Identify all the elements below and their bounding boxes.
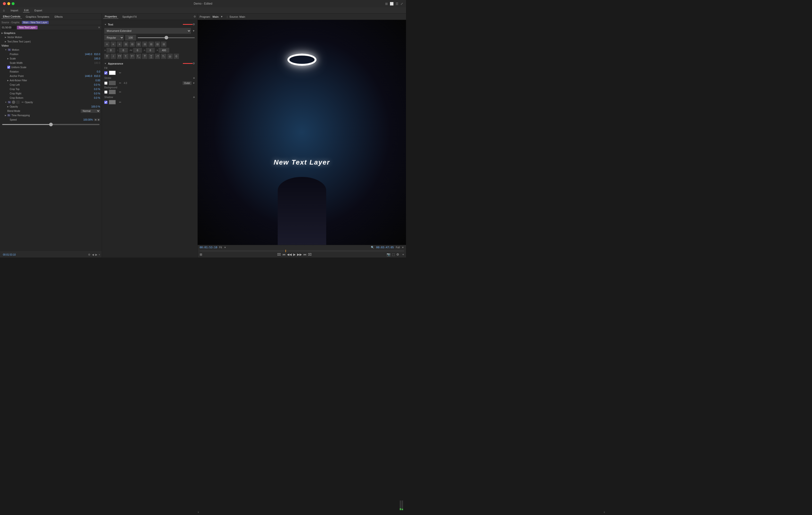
- speed-next[interactable]: ▶: [97, 118, 100, 121]
- prog-full-label[interactable]: Full: [396, 246, 400, 249]
- align-8-btn[interactable]: ⊟: [148, 42, 154, 47]
- font-size-slider[interactable]: [138, 37, 195, 38]
- prog-step-back2[interactable]: ◀◀: [287, 253, 292, 256]
- stroke-checkbox[interactable]: [104, 82, 108, 85]
- prog-scrubber[interactable]: [200, 250, 404, 252]
- align-4-btn[interactable]: ⊟: [123, 42, 128, 47]
- window-icon-2[interactable]: ⬜: [390, 2, 394, 6]
- fmt-t-down[interactable]: T↓: [161, 54, 166, 59]
- window-icon-3[interactable]: ☰: [396, 2, 399, 6]
- prog-view-btn[interactable]: ⊞: [200, 253, 202, 256]
- align-10-btn[interactable]: ⊟: [161, 42, 166, 47]
- metric-input-3[interactable]: [133, 48, 142, 53]
- fill-checkbox[interactable]: [104, 71, 108, 75]
- tab-effects[interactable]: Effects: [53, 15, 64, 19]
- outer-btn[interactable]: Outer: [183, 81, 192, 85]
- speed-prev[interactable]: ◀: [94, 118, 97, 121]
- timeline-scrubber[interactable]: [0, 122, 102, 126]
- prog-fit-label[interactable]: Fit: [219, 246, 222, 249]
- maximize-button[interactable]: [12, 2, 14, 5]
- uniform-scale-checkbox[interactable]: [7, 66, 10, 69]
- fmt-t-up[interactable]: ↑T: [155, 54, 160, 59]
- prog-step-back[interactable]: ⏮: [282, 253, 286, 256]
- full-dropdown-icon[interactable]: ▼: [402, 246, 404, 249]
- prog-export[interactable]: ⬚: [392, 253, 395, 256]
- close-panel-icon[interactable]: ✕: [98, 26, 100, 29]
- font-size-input[interactable]: [125, 35, 136, 40]
- tab-spotlight-fx[interactable]: Spotlight FX: [121, 15, 138, 19]
- metric-input-5[interactable]: [158, 48, 169, 53]
- menu-export[interactable]: Export: [33, 8, 43, 12]
- align-center-btn[interactable]: ≡: [111, 42, 116, 47]
- text-layer-row[interactable]: ▶ Text (New Text Layer): [0, 39, 102, 44]
- minimize-button[interactable]: [7, 2, 10, 5]
- metric-input-1[interactable]: [107, 48, 115, 53]
- background-pencil-icon[interactable]: ✏: [119, 90, 121, 94]
- align-left-btn[interactable]: ≡: [104, 42, 110, 47]
- prog-current-time[interactable]: 00:01:53:10: [200, 246, 217, 249]
- shadow-checkbox[interactable]: [104, 101, 108, 104]
- timeline-slider[interactable]: [2, 124, 100, 125]
- stroke-pencil-icon[interactable]: ✏: [119, 82, 121, 85]
- align-right-btn[interactable]: ≡: [117, 42, 122, 47]
- menu-import[interactable]: Import: [10, 8, 19, 12]
- window-icon-4[interactable]: ⤢: [400, 2, 403, 6]
- shadow-color-swatch[interactable]: [109, 100, 116, 104]
- metric-input-2[interactable]: [119, 48, 128, 53]
- font-dropdown-icon[interactable]: ▼: [192, 29, 195, 32]
- shadow-add-btn[interactable]: +: [193, 95, 195, 99]
- fmt-bold[interactable]: T: [104, 54, 110, 59]
- fill-color-swatch[interactable]: [109, 71, 116, 75]
- align-9-btn[interactable]: ⊟: [155, 42, 160, 47]
- home-button[interactable]: ⌂: [2, 8, 6, 12]
- prog-mark-in[interactable]: ⌧: [277, 253, 281, 256]
- prog-add-btn[interactable]: +: [402, 253, 404, 256]
- window-icon-1[interactable]: ⊞: [385, 2, 388, 6]
- fmt-zero[interactable]: 0: [174, 54, 179, 59]
- prog-step-fwd2[interactable]: ⏭: [303, 253, 307, 256]
- align-5-btn[interactable]: ⊟: [129, 42, 135, 47]
- menu-edit[interactable]: Edit: [23, 8, 30, 12]
- fit-dropdown-icon[interactable]: ▼: [224, 246, 226, 249]
- prog-play[interactable]: ▶: [293, 253, 296, 256]
- fx-time-remap-header[interactable]: ▶ fx Time Remapping: [0, 113, 102, 117]
- align-7-btn[interactable]: ⊟: [142, 42, 147, 47]
- appearance-settings-icon[interactable]: ⚙: [193, 62, 195, 65]
- prog-step-fwd[interactable]: ▶▶: [297, 253, 302, 256]
- text-section-header[interactable]: ▼ Text ⚙: [104, 22, 195, 27]
- fmt-t-bar[interactable]: T̄: [142, 54, 147, 59]
- stroke-color-swatch[interactable]: [109, 81, 116, 85]
- style-select[interactable]: Regular: [104, 35, 124, 40]
- video-header[interactable]: Video: [0, 44, 102, 48]
- uniform-scale-row[interactable]: Uniform Scale: [0, 65, 102, 70]
- filter-icon[interactable]: ⚙: [88, 253, 90, 256]
- stroke-dropdown-icon[interactable]: ▼: [193, 82, 195, 84]
- fx-opacity-header[interactable]: ▼ fx ✏ Opacity: [0, 100, 102, 104]
- add-icon[interactable]: +: [99, 253, 100, 256]
- appearance-header[interactable]: ▼ Appearance ⚙: [104, 61, 195, 66]
- program-dropdown[interactable]: ▼: [221, 15, 223, 18]
- align-6-btn[interactable]: ⊟: [136, 42, 141, 47]
- tab-graphics-templates[interactable]: Graphics Templates: [24, 15, 51, 19]
- settings-icon[interactable]: ⚙: [194, 15, 196, 18]
- blend-mode-select[interactable]: Normal: [81, 109, 100, 113]
- timecode-input[interactable]: [1, 26, 16, 29]
- tab-properties[interactable]: Properties: [103, 15, 118, 19]
- background-checkbox[interactable]: [104, 90, 108, 94]
- fmt-t-period[interactable]: T.: [123, 54, 128, 59]
- fmt-italic[interactable]: I: [111, 54, 116, 59]
- vector-motion-row[interactable]: ▶ Vector Motion: [0, 35, 102, 39]
- tab-effect-controls[interactable]: Effect Controls: [1, 15, 22, 19]
- fmt-tt[interactable]: TT: [117, 54, 122, 59]
- shadow-pencil-icon[interactable]: ✏: [119, 101, 121, 104]
- prog-mark-out[interactable]: ⌧: [308, 253, 312, 256]
- fmt-t-super[interactable]: T^: [129, 54, 135, 59]
- fmt-circle[interactable]: ◎: [167, 54, 173, 59]
- graphics-header[interactable]: ▶ Graphics: [0, 31, 102, 35]
- fx-motion-header[interactable]: ▼ fx Motion: [0, 48, 102, 52]
- prog-settings[interactable]: ⚙: [396, 253, 399, 256]
- font-select[interactable]: Monument Extended: [104, 28, 191, 34]
- fill-pencil-icon[interactable]: ✏: [119, 71, 121, 75]
- metric-input-4[interactable]: [146, 48, 155, 53]
- prog-camera[interactable]: 📷: [386, 253, 390, 256]
